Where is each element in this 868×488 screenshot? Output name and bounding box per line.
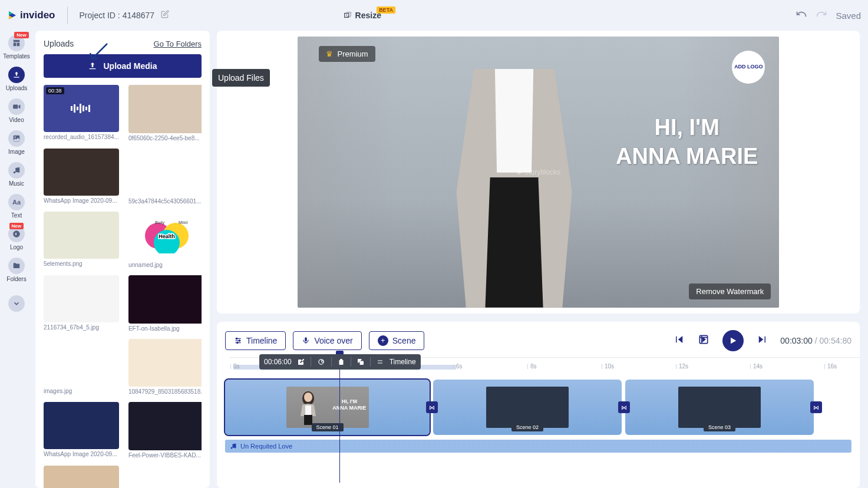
frame-back-button[interactable] — [698, 334, 709, 348]
svg-rect-46 — [359, 361, 364, 365]
media-item[interactable]: WhatsApp Image 2020-09... — [44, 402, 119, 459]
sidebar-item-video[interactable]: Video — [8, 97, 25, 125]
transition-icon[interactable]: ⋈ — [618, 401, 630, 413]
media-item[interactable]: WhatsApp Image 2020-09... — [44, 149, 119, 205]
undo-button[interactable] — [796, 8, 807, 22]
sidebar-item-text[interactable]: Aa Text — [8, 192, 25, 220]
ruler-tick: 0s — [233, 363, 240, 370]
clip-time: 00:06:00 — [264, 358, 292, 366]
watermark: ✱ Storyblocks — [516, 168, 560, 176]
svg-marker-9 — [19, 105, 21, 109]
resize-button[interactable]: Resize BETA — [344, 11, 381, 20]
logo[interactable]: invideo — [7, 9, 55, 21]
svg-rect-19 — [82, 105, 84, 111]
clip-toolbar: 00:06:00 Timeline — [259, 354, 421, 370]
skip-end-button[interactable] — [757, 334, 767, 347]
clip-toolbar-timeline[interactable]: Timeline — [390, 358, 416, 366]
ruler-tick: 12s — [679, 363, 688, 370]
svg-rect-16 — [74, 104, 75, 113]
media-item[interactable] — [128, 466, 202, 488]
svg-rect-36 — [305, 337, 308, 341]
preview-panel: ♛ Premium ADD LOGO HI, I'M ANNA MARIE ✱ … — [217, 31, 860, 314]
logo-icon — [12, 230, 21, 238]
add-logo-button[interactable]: ADD LOGO — [732, 51, 765, 84]
media-item[interactable]: EFT-on-Isabella.jpg — [128, 275, 202, 332]
svg-rect-6 — [14, 42, 16, 46]
scenes-track: 00:06:00 Timeline HI, I'MANNA MARIE Scen… — [225, 380, 852, 435]
ruler-tick: 14s — [753, 363, 763, 370]
svg-rect-21 — [88, 105, 90, 112]
audio-track[interactable]: Un Requited Love — [225, 440, 852, 453]
new-badge: New — [14, 32, 28, 38]
crown-icon: ♛ — [326, 50, 333, 58]
sidebar-item-templates[interactable]: New Templates — [3, 33, 30, 61]
play-icon — [728, 336, 738, 345]
sidebar-item-image[interactable]: Image — [8, 128, 25, 157]
svg-text:Mind: Mind — [179, 220, 187, 225]
edit-icon[interactable] — [298, 358, 305, 365]
upload-icon — [88, 61, 97, 71]
ruler-tick: 8s — [530, 363, 537, 370]
svg-rect-5 — [14, 40, 20, 42]
media-item[interactable] — [44, 466, 119, 488]
media-item[interactable]: HealthBodyMind unnamed.jpg — [128, 212, 202, 268]
video-canvas[interactable]: ♛ Premium ADD LOGO HI, I'M ANNA MARIE ✱ … — [298, 37, 780, 308]
mic-icon — [302, 337, 310, 345]
ruler-tick: 10s — [605, 363, 614, 370]
canvas-text-overlay[interactable]: HI, I'M ANNA MARIE — [616, 113, 758, 172]
timeline-button[interactable]: Timeline — [225, 331, 286, 350]
add-scene-button[interactable]: + Scene — [369, 331, 425, 350]
scene-clip[interactable]: Scene 03 ⋈ — [625, 380, 814, 435]
svg-rect-51 — [305, 405, 311, 415]
svg-point-45 — [321, 360, 324, 362]
templates-icon — [12, 39, 21, 47]
svg-point-34 — [239, 340, 240, 341]
svg-rect-52 — [304, 415, 312, 425]
project-id: Project ID : 4148677 — [80, 10, 169, 21]
playhead[interactable] — [339, 353, 340, 483]
text-icon: Aa — [12, 199, 21, 206]
music-icon — [230, 443, 237, 450]
sidebar-item-folders[interactable]: Folders — [6, 256, 26, 284]
sidebar-item-uploads[interactable]: Uploads — [6, 65, 28, 93]
media-item[interactable]: 59c3a47844c5c43056601... — [128, 149, 202, 205]
sliders-icon[interactable] — [377, 358, 384, 365]
svg-text:Health: Health — [159, 233, 175, 239]
go-to-folders-link[interactable]: Go To Folders — [154, 39, 202, 48]
svg-marker-42 — [759, 336, 764, 343]
media-item[interactable]: 10847929_8503185683518... — [128, 339, 202, 395]
media-item[interactable]: images.jpg — [44, 339, 119, 395]
svg-rect-3 — [344, 14, 348, 18]
play-button[interactable] — [722, 330, 744, 351]
premium-badge[interactable]: ♛ Premium — [319, 46, 375, 62]
sidebar-item-music[interactable]: Music — [8, 160, 25, 189]
media-item[interactable]: 5elements.png — [44, 212, 119, 268]
color-icon[interactable] — [317, 358, 325, 366]
transition-icon[interactable]: ⋈ — [426, 401, 438, 413]
edit-icon[interactable] — [161, 10, 169, 20]
scene-clip[interactable]: Scene 02 ⋈ — [433, 380, 622, 435]
media-item[interactable]: 2116734_67b4_5.jpg — [44, 275, 119, 332]
trash-icon[interactable] — [338, 358, 345, 365]
sidebar-expand[interactable] — [8, 294, 25, 314]
media-item[interactable]: 0f65060c-2250-4ee5-be8... — [128, 85, 202, 141]
music-icon — [12, 166, 21, 174]
scene-clip[interactable]: HI, I'MANNA MARIE Scene 01 ⋈ — [225, 380, 430, 435]
redo-button[interactable] — [816, 8, 827, 22]
svg-point-53 — [231, 447, 233, 449]
media-grid: 00:38 recorded_audio_16157384... 0f65060… — [44, 85, 202, 488]
copy-icon[interactable] — [357, 358, 364, 365]
media-item[interactable]: 00:38 recorded_audio_16157384... — [44, 85, 119, 141]
voiceover-button[interactable]: Voice over — [293, 331, 361, 350]
media-item[interactable]: Feel-Power-VIBBES-KAD... — [128, 402, 202, 459]
sidebar: New Templates Uploads Video Image Music … — [0, 31, 33, 488]
skip-start-button[interactable] — [674, 334, 685, 347]
save-status: Saved — [836, 11, 861, 21]
video-icon — [12, 103, 21, 111]
sidebar-item-logo[interactable]: New Logo — [8, 224, 25, 252]
svg-rect-20 — [85, 107, 87, 110]
transition-icon[interactable]: ⋈ — [810, 401, 822, 413]
svg-rect-7 — [17, 42, 20, 46]
upload-media-button[interactable]: Upload Media — [44, 54, 202, 78]
remove-watermark-button[interactable]: Remove Watermark — [689, 283, 771, 299]
